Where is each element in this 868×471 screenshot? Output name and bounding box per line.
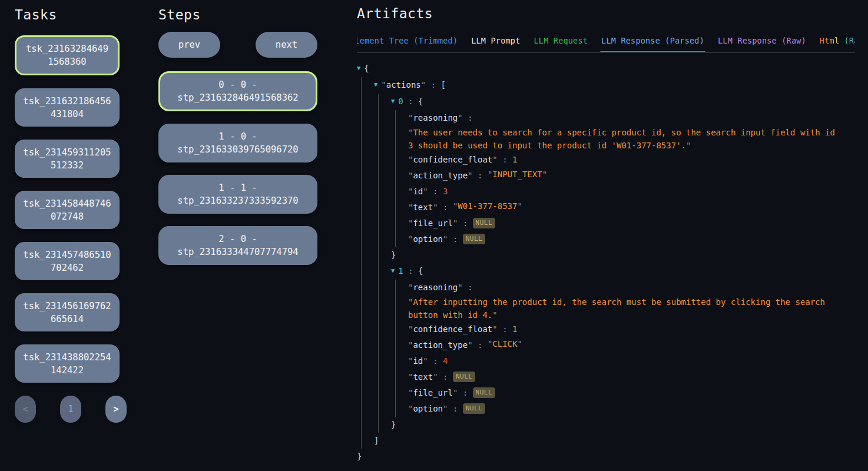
steps-title: Steps [158,7,317,22]
collapse-triangle-icon[interactable]: ▼ [391,263,395,278]
json-null-badge: NULL [463,234,486,244]
json-row: "confidence_float" : 1 [408,321,855,337]
pagination-prev-button[interactable]: < [15,396,36,423]
task-item-button[interactable]: tsk_231457486510702462 [15,242,120,280]
pagination-page-button[interactable]: 1 [60,396,81,423]
json-string-value: "W01-377-8537" [453,200,522,213]
json-row: "file_url" : NULL [408,215,855,231]
json-row: } [357,449,855,465]
json-row: "reasoning" : "After inputting the produ… [408,280,855,321]
json-row: "action_type" : "INPUT_TEXT" [408,168,855,184]
json-row: ▼0 : { [391,94,855,110]
collapse-triangle-icon[interactable]: ▼ [374,77,377,92]
llm-response-json-viewer: ▼{▼"actions" : [▼0 : {"reasoning" : "The… [357,61,855,465]
json-row: "action_type" : "CLICK" [408,337,855,353]
json-row: "confidence_float" : 1 [408,152,855,168]
step-item-button[interactable]: 1 - 0 - stp_231633039765096720 [158,124,317,162]
json-children: ▼0 : {"reasoning" : "The user needs to s… [378,94,855,433]
tasks-pagination: < 1 > [15,396,127,423]
artifact-tab[interactable]: Element Tree (Trimmed) [357,36,459,52]
step-item-button[interactable]: 0 - 0 - stp_231632846491568362 [158,71,317,111]
task-item-button[interactable]: tsk_231459311205512332 [15,140,120,178]
json-row: "file_url" : NULL [408,385,855,401]
json-null-badge: NULL [473,218,496,228]
artifact-tab[interactable]: LLM Request [533,36,589,52]
json-row: "id" : 3 [408,184,855,200]
artifact-tab[interactable]: LLM Response (Raw) [717,36,807,52]
json-null-badge: NULL [473,387,496,398]
task-item-button[interactable]: tsk_231458448746072748 [15,191,120,229]
task-item-button[interactable]: tsk_231438802254142422 [15,344,120,383]
steps-panel: Steps prev next 0 - 0 - stp_231632846491… [158,7,317,277]
task-list: tsk_231632846491568360tsk_23163218645643… [15,35,120,383]
json-row: } [391,247,855,263]
task-item-button[interactable]: tsk_231456169762665614 [15,293,120,331]
next-step-button[interactable]: next [256,32,317,58]
artifacts-title: Artifacts [357,6,855,21]
step-list: 0 - 0 - stp_2316328464915683621 - 0 - st… [158,71,317,265]
json-children: "reasoning" : "The user needs to search … [395,110,855,247]
json-null-badge: NULL [453,372,476,382]
json-children: "reasoning" : "After inputting the produ… [395,280,855,417]
artifact-tab[interactable]: Html (Raw) [819,36,855,52]
json-row: "option" : NULL [408,231,855,247]
tasks-title: Tasks [15,7,120,22]
json-null-badge: NULL [463,403,486,414]
json-row: "text" : NULL [408,369,855,385]
tasks-panel: Tasks tsk_231632846491568360tsk_23163218… [15,7,120,423]
collapse-triangle-icon[interactable]: ▼ [391,93,395,109]
collapse-triangle-icon[interactable]: ▼ [357,60,360,76]
json-row: "option" : NULL [408,401,855,417]
json-string-value: "CLICK" [488,337,522,350]
artifacts-panel: Artifacts Element Tree (Trimmed)LLM Prom… [357,6,855,465]
pagination-next-button[interactable]: > [105,396,127,423]
json-string-value: "The user needs to search for a specific… [408,126,840,152]
step-controls: prev next [158,32,317,58]
artifacts-tabstrip: Element Tree (Trimmed)LLM PromptLLM Requ… [357,36,855,53]
prev-step-button[interactable]: prev [158,32,220,58]
json-string-value: "INPUT_TEXT" [488,168,547,181]
step-item-button[interactable]: 2 - 0 - stp_231633344707774794 [158,226,317,265]
json-row: ▼"actions" : [ [374,77,855,94]
step-item-button[interactable]: 1 - 1 - stp_231633237333592370 [158,175,317,214]
json-row: ▼1 : { [391,263,855,280]
json-row: "id" : 4 [408,353,855,369]
artifact-tab[interactable]: LLM Response (Parsed) [600,36,705,52]
json-row: "text" : "W01-377-8537" [408,200,855,215]
task-item-button[interactable]: tsk_231632186456431804 [15,88,120,127]
json-row: } [391,417,855,433]
task-item-button[interactable]: tsk_231632846491568360 [15,35,120,75]
json-row: "reasoning" : "The user needs to search … [408,110,855,152]
json-row: ▼{ [357,61,855,77]
artifact-tab[interactable]: LLM Prompt [470,36,521,52]
json-children: ▼"actions" : [▼0 : {"reasoning" : "The u… [361,77,855,449]
json-string-value: "After inputting the product id, the sea… [408,296,840,321]
json-row: ] [374,433,855,449]
